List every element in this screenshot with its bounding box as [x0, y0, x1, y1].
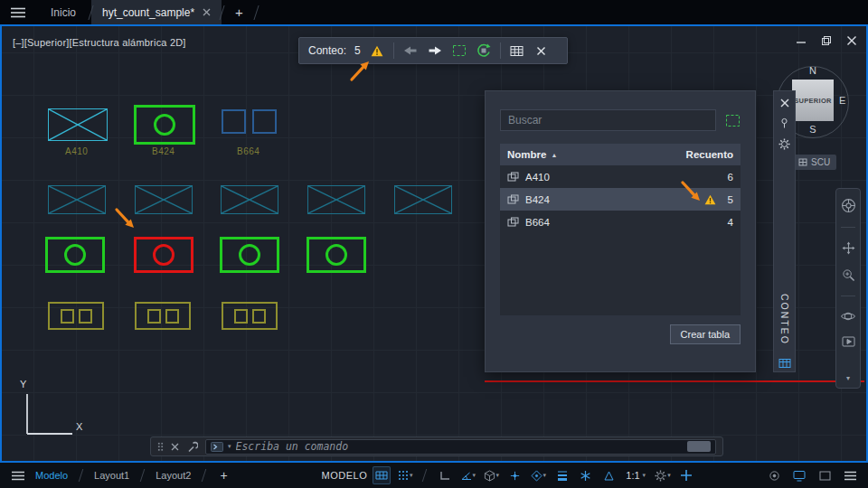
close-command-line-icon[interactable] — [171, 443, 179, 451]
lineweight-toggle[interactable] — [552, 466, 571, 484]
customization-menu-button[interactable] — [841, 466, 859, 484]
tracking-icon — [509, 470, 521, 482]
block-a410-instance[interactable] — [48, 185, 106, 214]
block-a410-instance[interactable] — [135, 185, 193, 214]
customize-wrench-icon[interactable] — [186, 441, 198, 453]
restore-button[interactable] — [821, 35, 832, 46]
window-controls — [796, 35, 857, 46]
ucs-icon: Y X — [18, 379, 99, 442]
viewcube-east[interactable]: E — [839, 95, 845, 106]
zoom-to-instance-icon[interactable] — [476, 42, 492, 60]
graphics-performance-button[interactable] — [790, 466, 808, 484]
tab-start[interactable]: Inicio — [36, 0, 90, 24]
caret-down-icon[interactable]: ▾ — [228, 443, 231, 450]
navigation-wheel-icon[interactable] — [841, 198, 856, 213]
name-column-header[interactable]: Nombre — [507, 149, 546, 160]
viewcube-south[interactable]: S — [792, 124, 834, 135]
tab-drawing-active[interactable]: hyt_count_sample* — [91, 0, 222, 24]
model-tab[interactable]: Modelo — [33, 470, 71, 481]
auto-hide-pin-icon[interactable] — [779, 117, 789, 128]
block-b424-instance[interactable] — [307, 237, 366, 273]
select-objects-icon[interactable] — [725, 114, 741, 127]
create-table-icon[interactable] — [509, 42, 525, 60]
pan-icon[interactable] — [842, 241, 855, 255]
viewport-controls-label[interactable]: [–][Superior][Estructura alámbrica 2D] — [13, 37, 186, 48]
viewcube-top-face[interactable]: SUPERIOR — [792, 80, 834, 121]
application-menu-button[interactable] — [0, 0, 36, 24]
table-header[interactable]: Nombre▲ Recuento — [500, 144, 741, 165]
next-instance-button[interactable] — [427, 42, 443, 60]
polar-angle-icon — [460, 470, 472, 481]
select-instances-icon[interactable] — [451, 42, 467, 60]
command-input-field[interactable]: ▾ — [205, 439, 716, 455]
command-input[interactable] — [236, 440, 683, 453]
close-tab-icon[interactable] — [203, 8, 211, 16]
grid-icon — [375, 471, 388, 480]
palette-title[interactable]: CONTEO — [779, 294, 790, 345]
block-a410-instance[interactable] — [221, 185, 278, 214]
count-column-header[interactable]: Recuento — [686, 149, 733, 160]
previous-instance-button[interactable] — [402, 42, 419, 60]
block-b664-instance[interactable] — [222, 302, 278, 330]
ortho-icon — [439, 471, 450, 481]
layout2-tab[interactable]: Layout2 — [153, 470, 193, 481]
block-b424-instance[interactable] — [220, 237, 279, 273]
osnap-tracking-toggle[interactable] — [505, 466, 524, 484]
zoom-icon[interactable] — [842, 268, 855, 282]
count-table: Nombre▲ Recuento A410 6 B424 — [500, 144, 741, 315]
close-palette-icon[interactable] — [780, 99, 789, 108]
ortho-toggle[interactable] — [435, 466, 453, 484]
snap-toggle[interactable]: ▾ — [396, 466, 414, 484]
show-motion-icon[interactable] — [842, 336, 855, 347]
command-scrollbar[interactable] — [687, 441, 711, 452]
isolate-objects-button[interactable] — [765, 466, 783, 484]
drawing-area[interactable]: [–][Superior][Estructura alámbrica 2D] A… — [0, 24, 868, 463]
annotation-autoscale-toggle[interactable] — [599, 466, 618, 484]
model-space-toggle[interactable]: MODELO — [322, 470, 368, 481]
ucs-selector[interactable]: SCU — [792, 155, 836, 170]
isodraft-toggle[interactable]: ▾ — [482, 466, 500, 484]
chevron-down-icon[interactable]: ▾ — [846, 374, 850, 382]
annotation-scale-button[interactable]: 1:1 ▾ — [623, 470, 648, 481]
block-a410-instance[interactable] — [394, 185, 452, 214]
close-count-toolbar-icon[interactable] — [533, 42, 550, 60]
table-row[interactable]: B664 4 — [500, 211, 741, 233]
caret-down-icon: ▾ — [667, 472, 671, 479]
orbit-icon[interactable] — [841, 310, 855, 323]
minimize-button[interactable] — [796, 35, 807, 46]
grid-toggle[interactable] — [373, 466, 391, 484]
row-count: 4 — [728, 217, 733, 228]
new-layout-button[interactable]: + — [214, 468, 232, 483]
tab-start-label: Inicio — [51, 6, 76, 19]
table-shortcut-icon[interactable] — [778, 358, 791, 369]
block-b424-instance[interactable] — [45, 237, 105, 273]
workspace-gear-button[interactable]: ▾ — [654, 466, 672, 484]
viewcube-north[interactable]: N — [792, 65, 834, 76]
command-prompt-icon[interactable] — [211, 442, 223, 452]
annotation-visibility-toggle[interactable] — [576, 466, 594, 484]
iso-cube-icon — [484, 470, 495, 482]
clean-screen-button[interactable] — [816, 466, 834, 484]
block-a410-instance[interactable] — [307, 185, 365, 214]
block-b424-instance-highlighted[interactable] — [134, 237, 193, 273]
block-b424-instance[interactable] — [134, 105, 195, 145]
close-window-button[interactable] — [846, 35, 857, 46]
tab-drawing-label: hyt_count_sample* — [102, 6, 194, 19]
osnap-toggle[interactable]: ▾ — [529, 466, 547, 484]
quick-measure-button[interactable] — [677, 466, 695, 484]
layout-menu-button[interactable] — [9, 466, 27, 484]
toolbar-divider — [393, 42, 394, 59]
properties-gear-icon[interactable] — [778, 138, 790, 150]
block-b664-instance[interactable] — [135, 302, 191, 330]
layout1-tab[interactable]: Layout1 — [91, 470, 132, 481]
row-name: B424 — [525, 194, 550, 205]
drag-grip[interactable] — [157, 442, 164, 452]
block-b664-instance[interactable] — [222, 109, 277, 134]
block-a410-instance[interactable] — [48, 108, 108, 141]
warning-icon — [704, 194, 716, 205]
new-drawing-tab-button[interactable]: + — [222, 0, 256, 24]
block-b664-instance[interactable] — [48, 302, 104, 330]
search-input[interactable] — [500, 109, 716, 131]
create-table-button[interactable]: Crear tabla — [670, 324, 741, 344]
polar-tracking-toggle[interactable]: ▾ — [458, 466, 476, 484]
